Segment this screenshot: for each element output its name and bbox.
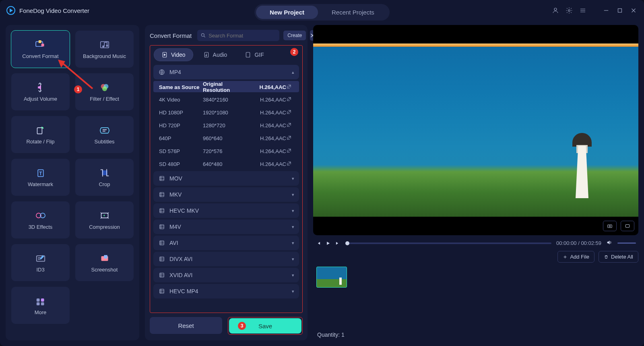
chevron-down-icon: ▾ <box>292 224 294 230</box>
more-icon <box>34 296 47 306</box>
convert-format-icon <box>34 39 47 50</box>
save-button-highlight: 3 Save <box>228 317 303 335</box>
volume-track[interactable] <box>617 242 636 244</box>
search-format-field[interactable] <box>197 30 279 41</box>
chevron-down-icon: ▾ <box>292 273 294 278</box>
account-icon[interactable] <box>551 6 559 15</box>
preset-codec: H.264,AAC <box>251 161 286 167</box>
type-tab-gif[interactable]: GIF <box>237 49 271 61</box>
svg-rect-39 <box>160 289 164 294</box>
preset-name: 640P <box>159 135 203 141</box>
format-group-xvid-avi[interactable]: XVID AVI▾ <box>153 268 299 282</box>
tool-compression[interactable]: Compression <box>75 201 134 238</box>
svg-rect-22 <box>36 298 39 302</box>
window-controls <box>551 6 638 15</box>
format-group-avi[interactable]: AVI▾ <box>153 236 299 250</box>
tab-recent-projects[interactable]: Recent Projects <box>318 6 388 19</box>
preset-row[interactable]: 4K Video3840*2160H.264,AAC <box>153 94 299 105</box>
gif-file-icon <box>245 52 251 58</box>
svg-rect-38 <box>160 273 164 278</box>
preset-codec: H.264,AAC <box>251 135 286 141</box>
tool-3d-effects[interactable]: 3D Effects <box>11 201 70 238</box>
search-input[interactable] <box>208 33 276 39</box>
tab-new-project[interactable]: New Project <box>256 6 318 19</box>
menu-icon[interactable] <box>579 6 587 15</box>
format-group-mkv[interactable]: MKV▾ <box>153 187 299 202</box>
play-icon[interactable] <box>325 240 331 246</box>
tool-id3[interactable]: ID3 <box>11 244 70 281</box>
external-link-icon[interactable] <box>286 96 295 103</box>
external-link-icon[interactable] <box>286 148 295 155</box>
format-group-m4v[interactable]: M4V▾ <box>153 220 299 234</box>
preset-codec: H.264,AAC <box>251 110 286 116</box>
preset-name: Same as Source <box>159 84 203 90</box>
format-group-mov[interactable]: MOV▾ <box>153 171 299 186</box>
tool-rotate-flip[interactable]: Rotate / Flip <box>11 116 70 153</box>
chevron-down-icon: ▾ <box>292 257 294 262</box>
preset-row[interactable]: HD 1080P1920*1080H.264,AAC <box>153 107 299 118</box>
compression-icon <box>98 210 111 221</box>
clip-thumbnail[interactable] <box>316 267 347 288</box>
format-group-hevc-mkv[interactable]: HEVC MKV▾ <box>153 203 299 218</box>
preset-row[interactable]: HD 720P1280*720H.264,AAC <box>153 120 299 131</box>
preset-resolution: 3840*2160 <box>203 97 251 103</box>
delete-all-button[interactable]: Delete All <box>599 251 638 263</box>
format-group-hevc-mp4[interactable]: HEVC MP4▾ <box>153 284 299 298</box>
preset-row[interactable]: SD 480P640*480H.264,AAC <box>153 158 299 170</box>
preset-row[interactable]: 640P960*640H.264,AAC <box>153 133 299 144</box>
volume-icon[interactable] <box>606 239 613 247</box>
svg-rect-37 <box>160 257 164 261</box>
tool-watermark[interactable]: TWatermark <box>11 159 70 196</box>
chevron-up-icon: ▴ <box>292 70 294 75</box>
type-tab-audio[interactable]: Audio <box>196 49 235 61</box>
tool-background-music[interactable]: Background Music <box>75 31 134 68</box>
tool-convert-format[interactable]: Convert Format <box>11 31 70 68</box>
reset-button[interactable]: Reset <box>150 317 222 334</box>
next-track-icon[interactable] <box>335 240 341 246</box>
svg-rect-36 <box>160 241 164 245</box>
format-name: DIVX AVI <box>169 256 192 262</box>
film-icon <box>158 288 165 295</box>
video-preview <box>313 25 638 235</box>
preset-codec: H.264,AAC <box>251 122 286 128</box>
settings-icon[interactable] <box>565 6 573 15</box>
tool-filter-effect[interactable]: Filter / Effect <box>75 73 134 110</box>
save-button[interactable]: 3 Save <box>229 318 301 334</box>
preset-resolution: 960*640 <box>203 135 251 141</box>
external-link-icon[interactable] <box>286 135 295 142</box>
preset-row[interactable]: Same as SourceOriginal ResolutionH.264,A… <box>153 81 299 92</box>
window-maximize-icon[interactable] <box>616 6 624 15</box>
external-link-icon[interactable] <box>286 84 295 91</box>
tool-label: Background Music <box>83 53 126 59</box>
format-group-divx-avi[interactable]: DIVX AVI▾ <box>153 252 299 266</box>
type-tab-video[interactable]: Video <box>154 49 193 61</box>
preset-resolution: Original Resolution <box>203 81 251 93</box>
window-minimize-icon[interactable] <box>602 6 610 15</box>
snapshot-button[interactable] <box>603 221 617 231</box>
tool-adjust-volume[interactable]: Adjust Volume <box>11 73 70 110</box>
seek-track[interactable] <box>345 242 551 244</box>
external-link-icon[interactable] <box>286 109 295 116</box>
format-name: XVID AVI <box>169 272 192 278</box>
window-close-icon[interactable] <box>630 6 638 15</box>
external-link-icon[interactable] <box>286 161 295 168</box>
chevron-down-icon: ▾ <box>292 192 294 197</box>
app-logo-icon <box>6 6 15 15</box>
create-button[interactable]: Create <box>283 31 306 40</box>
tool-crop[interactable]: Crop <box>75 159 134 196</box>
prev-track-icon[interactable] <box>316 240 321 246</box>
film-icon <box>158 223 165 230</box>
tool-subtitles[interactable]: Subtitles <box>75 116 134 153</box>
svg-rect-40 <box>608 225 612 228</box>
plus-icon <box>563 255 568 259</box>
preset-name: HD 1080P <box>159 110 203 116</box>
time-current: 00:00:00 <box>556 240 577 246</box>
format-group-mp4[interactable]: MP4▴ <box>153 65 299 79</box>
add-file-button[interactable]: Add File <box>557 251 594 263</box>
tool-more[interactable]: More <box>11 287 70 324</box>
preset-row[interactable]: SD 576P720*576H.264,AAC <box>153 145 299 157</box>
fullscreen-button[interactable] <box>621 221 634 231</box>
tool-screenshot[interactable]: Screenshot <box>75 244 134 281</box>
external-link-icon[interactable] <box>286 122 295 129</box>
search-icon <box>200 33 206 38</box>
